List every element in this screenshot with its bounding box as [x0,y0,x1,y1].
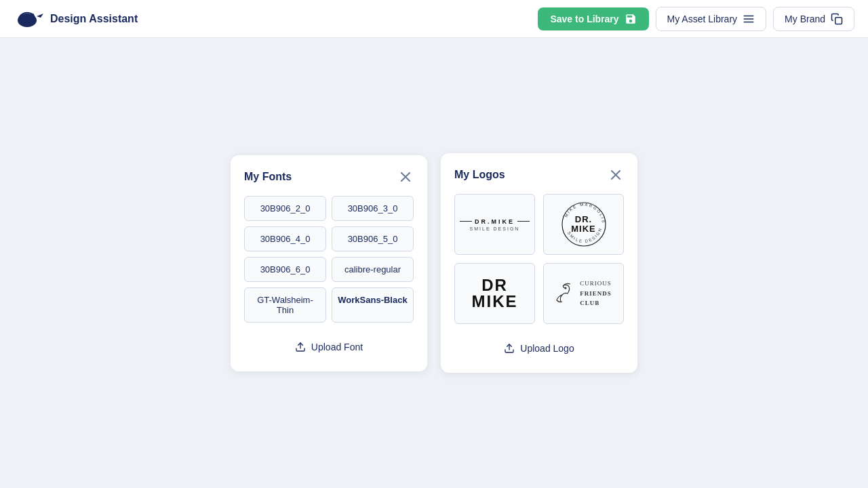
svg-rect-2 [835,17,842,24]
upload-logo-button[interactable]: Upload Logo [454,338,624,359]
logo-item-dr-mike-large[interactable]: DR MIKE [454,263,535,324]
upload-logo-label: Upload Logo [520,343,574,354]
main-content: My Fonts 30B906_2_0 30B906_3_0 30B906_4_… [0,38,868,488]
svg-point-1 [31,14,34,16]
font-item[interactable]: 30B906_5_0 [332,226,414,251]
logos-panel-close-button[interactable] [608,167,624,183]
copy-icon [831,13,843,25]
close-icon [401,172,410,182]
font-item[interactable]: calibre-regular [332,257,414,282]
header: Design Assistant Save to Library My Asse… [0,0,868,38]
fonts-panel-title: My Fonts [244,171,292,183]
fonts-panel-close-button[interactable] [397,169,414,185]
logos-panel: My Logos DR.MIKE SMILE DESIGN [441,153,637,373]
brand-label: My Brand [785,14,825,24]
upload-icon [504,343,515,354]
upload-font-label: Upload Font [311,342,363,352]
upload-icon [295,342,306,352]
font-item[interactable]: 30B906_3_0 [332,196,414,221]
fonts-panel-header: My Fonts [244,169,414,185]
close-icon [611,170,620,180]
font-grid: 30B906_2_0 30B906_3_0 30B906_4_0 30B906_… [244,196,414,323]
upload-font-button[interactable]: Upload Font [244,336,414,358]
font-item[interactable]: 30B906_6_0 [244,257,326,282]
save-icon [625,13,637,25]
app-title: Design Assistant [50,13,138,25]
app-logo-icon [14,4,43,34]
list-icon [743,13,755,25]
logo-item-dr-mike-circle[interactable]: MIKE MARGOLIS SMILE DESIGN DR. MIKE [543,194,624,255]
curious-friends-bird-icon [555,281,576,306]
svg-point-7 [565,287,566,289]
logos-panel-header: My Logos [454,167,624,183]
header-right: Save to Library My Asset Library My Bran… [538,7,854,31]
font-item[interactable]: 30B906_4_0 [244,226,326,251]
brand-button[interactable]: My Brand [773,7,854,31]
asset-library-label: My Asset Library [667,14,737,24]
font-item[interactable]: 30B906_2_0 [244,196,326,221]
logo-grid: DR.MIKE SMILE DESIGN MIKE MARGOLIS [454,194,624,324]
header-left: Design Assistant [14,4,138,34]
fonts-panel: My Fonts 30B906_2_0 30B906_3_0 30B906_4_… [231,155,427,371]
logo-item-dr-mike-horizontal[interactable]: DR.MIKE SMILE DESIGN [454,194,535,255]
font-item[interactable]: GT-Walsheim-Thin [244,287,326,323]
asset-library-button[interactable]: My Asset Library [656,7,766,31]
save-to-library-button[interactable]: Save to Library [538,7,648,30]
font-item[interactable]: WorkSans-Black [332,287,414,323]
save-button-label: Save to Library [550,14,618,24]
logos-panel-title: My Logos [454,169,505,181]
logo-item-curious-friends-club[interactable]: CURIOUS FRIENDS CLUB [543,263,624,324]
